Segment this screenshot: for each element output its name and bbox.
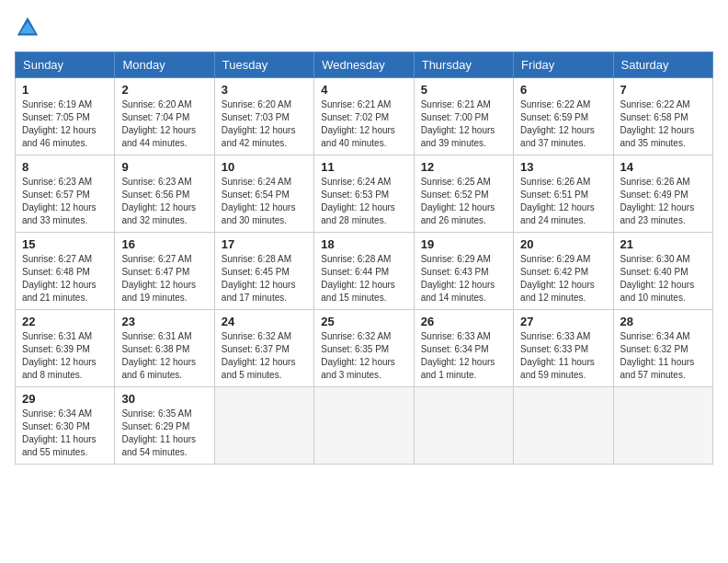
day-info: Sunrise: 6:19 AM Sunset: 7:05 PM Dayligh… — [22, 98, 108, 150]
day-number: 4 — [321, 83, 406, 97]
day-number: 29 — [22, 392, 108, 406]
day-info: Sunrise: 6:21 AM Sunset: 7:02 PM Dayligh… — [321, 98, 406, 150]
calendar-cell: 4 Sunrise: 6:21 AM Sunset: 7:02 PM Dayli… — [314, 78, 414, 155]
calendar-cell: 28 Sunrise: 6:34 AM Sunset: 6:32 PM Dayl… — [613, 310, 712, 387]
calendar-week-row: 1 Sunrise: 6:19 AM Sunset: 7:05 PM Dayli… — [16, 78, 713, 155]
day-info: Sunrise: 6:20 AM Sunset: 7:03 PM Dayligh… — [222, 98, 307, 150]
day-number: 25 — [321, 315, 406, 328]
day-info: Sunrise: 6:29 AM Sunset: 6:43 PM Dayligh… — [421, 253, 506, 304]
calendar-table: SundayMondayTuesdayWednesdayThursdayFrid… — [15, 52, 713, 465]
calendar-header-row: SundayMondayTuesdayWednesdayThursdayFrid… — [16, 52, 713, 78]
day-info: Sunrise: 6:22 AM Sunset: 6:58 PM Dayligh… — [620, 98, 706, 150]
day-number: 18 — [321, 237, 406, 251]
day-number: 7 — [620, 83, 706, 97]
calendar-cell: 29 Sunrise: 6:34 AM Sunset: 6:30 PM Dayl… — [16, 387, 115, 465]
calendar-cell: 11 Sunrise: 6:24 AM Sunset: 6:53 PM Dayl… — [314, 155, 414, 233]
day-number: 22 — [22, 315, 108, 328]
calendar-cell: 17 Sunrise: 6:28 AM Sunset: 6:45 PM Dayl… — [214, 233, 313, 310]
calendar-cell: 21 Sunrise: 6:30 AM Sunset: 6:40 PM Dayl… — [613, 233, 712, 310]
day-number: 27 — [520, 315, 606, 328]
logo — [15, 15, 44, 40]
day-info: Sunrise: 6:23 AM Sunset: 6:57 PM Dayligh… — [22, 176, 108, 227]
day-info: Sunrise: 6:24 AM Sunset: 6:54 PM Dayligh… — [222, 176, 307, 227]
day-number: 13 — [520, 160, 606, 174]
calendar-cell: 5 Sunrise: 6:21 AM Sunset: 7:00 PM Dayli… — [414, 78, 513, 155]
calendar-cell: 2 Sunrise: 6:20 AM Sunset: 7:04 PM Dayli… — [115, 78, 214, 155]
day-number: 9 — [121, 160, 207, 174]
calendar-week-row: 15 Sunrise: 6:27 AM Sunset: 6:48 PM Dayl… — [16, 233, 713, 310]
calendar-cell — [613, 387, 712, 465]
day-info: Sunrise: 6:27 AM Sunset: 6:47 PM Dayligh… — [121, 253, 207, 304]
calendar-week-row: 29 Sunrise: 6:34 AM Sunset: 6:30 PM Dayl… — [16, 387, 713, 465]
day-info: Sunrise: 6:27 AM Sunset: 6:48 PM Dayligh… — [22, 253, 108, 304]
calendar-cell: 8 Sunrise: 6:23 AM Sunset: 6:57 PM Dayli… — [16, 155, 115, 233]
day-number: 20 — [520, 237, 606, 251]
calendar-cell: 1 Sunrise: 6:19 AM Sunset: 7:05 PM Dayli… — [16, 78, 115, 155]
calendar-week-row: 22 Sunrise: 6:31 AM Sunset: 6:39 PM Dayl… — [16, 310, 713, 387]
calendar-cell — [414, 387, 513, 465]
day-info: Sunrise: 6:34 AM Sunset: 6:32 PM Dayligh… — [620, 330, 706, 382]
day-number: 2 — [121, 83, 207, 97]
calendar-cell — [214, 387, 313, 465]
calendar-cell: 20 Sunrise: 6:29 AM Sunset: 6:42 PM Dayl… — [514, 233, 613, 310]
calendar-cell: 7 Sunrise: 6:22 AM Sunset: 6:58 PM Dayli… — [613, 78, 712, 155]
day-number: 15 — [22, 237, 108, 251]
calendar-cell: 19 Sunrise: 6:29 AM Sunset: 6:43 PM Dayl… — [414, 233, 513, 310]
calendar-cell: 9 Sunrise: 6:23 AM Sunset: 6:56 PM Dayli… — [115, 155, 214, 233]
day-info: Sunrise: 6:30 AM Sunset: 6:40 PM Dayligh… — [620, 253, 706, 304]
calendar-cell: 6 Sunrise: 6:22 AM Sunset: 6:59 PM Dayli… — [514, 78, 613, 155]
day-number: 12 — [421, 160, 506, 174]
calendar-cell: 24 Sunrise: 6:32 AM Sunset: 6:37 PM Dayl… — [214, 310, 313, 387]
day-number: 26 — [421, 315, 506, 328]
col-header-tuesday: Tuesday — [214, 52, 313, 78]
col-header-sunday: Sunday — [16, 52, 115, 78]
day-number: 6 — [520, 83, 606, 97]
day-number: 8 — [22, 160, 108, 174]
calendar-cell: 26 Sunrise: 6:33 AM Sunset: 6:34 PM Dayl… — [414, 310, 513, 387]
day-info: Sunrise: 6:33 AM Sunset: 6:33 PM Dayligh… — [520, 330, 606, 382]
col-header-thursday: Thursday — [414, 52, 513, 78]
calendar-cell: 16 Sunrise: 6:27 AM Sunset: 6:47 PM Dayl… — [115, 233, 214, 310]
calendar-cell — [314, 387, 414, 465]
col-header-saturday: Saturday — [613, 52, 712, 78]
day-number: 3 — [222, 83, 307, 97]
day-info: Sunrise: 6:26 AM Sunset: 6:49 PM Dayligh… — [620, 176, 706, 227]
day-number: 30 — [121, 392, 207, 406]
day-info: Sunrise: 6:22 AM Sunset: 6:59 PM Dayligh… — [520, 98, 606, 150]
page-header — [15, 15, 713, 40]
calendar-cell: 14 Sunrise: 6:26 AM Sunset: 6:49 PM Dayl… — [613, 155, 712, 233]
day-number: 14 — [620, 160, 706, 174]
calendar-cell: 18 Sunrise: 6:28 AM Sunset: 6:44 PM Dayl… — [314, 233, 414, 310]
day-info: Sunrise: 6:31 AM Sunset: 6:39 PM Dayligh… — [22, 330, 108, 382]
day-info: Sunrise: 6:28 AM Sunset: 6:44 PM Dayligh… — [321, 253, 406, 304]
day-info: Sunrise: 6:26 AM Sunset: 6:51 PM Dayligh… — [520, 176, 606, 227]
day-number: 11 — [321, 160, 406, 174]
calendar-cell: 23 Sunrise: 6:31 AM Sunset: 6:38 PM Dayl… — [115, 310, 214, 387]
day-number: 16 — [121, 237, 207, 251]
day-info: Sunrise: 6:25 AM Sunset: 6:52 PM Dayligh… — [421, 176, 506, 227]
day-number: 5 — [421, 83, 506, 97]
calendar-cell — [514, 387, 613, 465]
day-number: 17 — [222, 237, 307, 251]
day-number: 10 — [222, 160, 307, 174]
day-info: Sunrise: 6:29 AM Sunset: 6:42 PM Dayligh… — [520, 253, 606, 304]
col-header-friday: Friday — [514, 52, 613, 78]
calendar-cell: 27 Sunrise: 6:33 AM Sunset: 6:33 PM Dayl… — [514, 310, 613, 387]
calendar-week-row: 8 Sunrise: 6:23 AM Sunset: 6:57 PM Dayli… — [16, 155, 713, 233]
day-info: Sunrise: 6:35 AM Sunset: 6:29 PM Dayligh… — [121, 408, 207, 459]
day-number: 1 — [22, 83, 108, 97]
day-number: 19 — [421, 237, 506, 251]
calendar-cell: 15 Sunrise: 6:27 AM Sunset: 6:48 PM Dayl… — [16, 233, 115, 310]
day-info: Sunrise: 6:31 AM Sunset: 6:38 PM Dayligh… — [121, 330, 207, 382]
day-info: Sunrise: 6:28 AM Sunset: 6:45 PM Dayligh… — [222, 253, 307, 304]
calendar-cell: 30 Sunrise: 6:35 AM Sunset: 6:29 PM Dayl… — [115, 387, 214, 465]
day-info: Sunrise: 6:24 AM Sunset: 6:53 PM Dayligh… — [321, 176, 406, 227]
day-number: 23 — [121, 315, 207, 328]
col-header-wednesday: Wednesday — [314, 52, 414, 78]
day-info: Sunrise: 6:33 AM Sunset: 6:34 PM Dayligh… — [421, 330, 506, 382]
calendar-cell: 22 Sunrise: 6:31 AM Sunset: 6:39 PM Dayl… — [16, 310, 115, 387]
day-info: Sunrise: 6:21 AM Sunset: 7:00 PM Dayligh… — [421, 98, 506, 150]
day-number: 28 — [620, 315, 706, 328]
calendar-cell: 10 Sunrise: 6:24 AM Sunset: 6:54 PM Dayl… — [214, 155, 313, 233]
day-info: Sunrise: 6:34 AM Sunset: 6:30 PM Dayligh… — [22, 408, 108, 459]
